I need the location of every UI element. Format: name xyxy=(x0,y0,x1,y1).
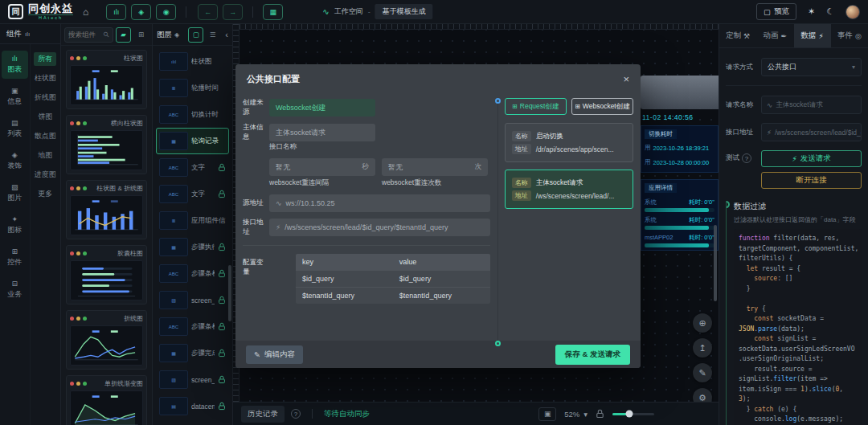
question-icon[interactable]: ? xyxy=(291,409,301,419)
history-nav-button[interactable]: → xyxy=(223,4,243,20)
modal-title: 公共接口配置 xyxy=(247,73,300,85)
save-and-send-button[interactable]: 保存 & 发送请求 xyxy=(555,345,630,365)
category-item[interactable]: 所有 xyxy=(34,52,56,66)
card-view-button[interactable]: ▰ xyxy=(116,27,131,43)
search-input[interactable] xyxy=(68,31,102,39)
history-nav-button[interactable]: ← xyxy=(198,4,218,20)
avatar[interactable] xyxy=(845,5,860,19)
settings-tab[interactable]: 动画 ✒ xyxy=(756,24,793,47)
tool-button[interactable]: ◈ xyxy=(131,4,151,20)
component-card[interactable]: 胶囊柱图 xyxy=(66,245,147,304)
zoom-slider[interactable] xyxy=(612,413,654,415)
settings-tabs: 定制 ⚒ 动画 ✒ 数据 ⚡ 事件 ◎ xyxy=(719,24,868,48)
layer-item[interactable]: ABC 文字 xyxy=(156,154,229,181)
request-name-input[interactable]: ∿ 主体socket请求 xyxy=(761,96,862,114)
layer-item[interactable]: ▦ 步骤完成明细 xyxy=(156,340,229,366)
settings-tab[interactable]: 事件 ◎ xyxy=(831,24,868,47)
lock-zoom-icon[interactable] xyxy=(596,409,604,419)
request-method-select[interactable]: 公共接口 ▾ xyxy=(761,58,862,76)
layer-item[interactable]: ABC 文字 xyxy=(156,181,229,207)
api-address-input[interactable]: ⚡ /ws/scenes/screen/lead/$id_q xyxy=(761,123,862,141)
table-row[interactable]: $tenantId_query $tenantId_query xyxy=(296,287,490,304)
moon-icon[interactable]: ☾ xyxy=(826,6,834,17)
edit-content-button[interactable]: ✎ 编辑内容 xyxy=(246,345,303,364)
interface-card[interactable]: 名称 启动切换 地址 /dr/api/scenes/app/scen... xyxy=(505,123,633,162)
component-card[interactable]: 单折线渐变图 xyxy=(66,375,147,425)
component-card[interactable]: 柱状图 & 折线图 xyxy=(66,180,147,239)
preview-button[interactable]: ▢ 预览 xyxy=(756,3,796,20)
question-icon[interactable]: ? xyxy=(742,153,751,163)
subject-name-input[interactable]: 主体socket请求 xyxy=(269,124,375,141)
settings-tab[interactable]: 定制 ⚒ xyxy=(719,24,756,47)
filter-code[interactable]: function filter(data, res,targetComponen… xyxy=(734,229,862,425)
scrollbar[interactable] xyxy=(228,265,231,321)
canvas-tool-button[interactable]: ⊕ xyxy=(693,313,712,333)
component-card[interactable]: 折线图 xyxy=(66,310,147,370)
layer-item[interactable]: ABC 切换计时 xyxy=(156,101,229,128)
create-source-input[interactable]: Websocket创建 xyxy=(269,99,375,116)
layer-item[interactable]: ▦ 步骤执行中... xyxy=(156,234,229,260)
zoom-slider-knob[interactable] xyxy=(625,411,633,418)
scrollbar[interactable] xyxy=(714,225,717,301)
layer-item[interactable]: ≣ 轮播时间 xyxy=(156,75,229,101)
layer-item[interactable]: ▨ screen_tab... xyxy=(156,366,229,393)
category-item[interactable]: 柱状图 xyxy=(31,72,60,85)
sidebar-item[interactable]: ✦ 图标 xyxy=(2,211,28,239)
workspace-label[interactable]: 工作空间 xyxy=(334,6,363,17)
history-button[interactable]: 历史记录 xyxy=(241,406,285,423)
close-icon[interactable]: × xyxy=(623,74,629,84)
category-item[interactable]: 饼图 xyxy=(34,110,56,124)
reconnect-interval-input[interactable]: 暂无 秒 xyxy=(269,158,375,176)
layer-thumb-view-button[interactable]: ▢ xyxy=(188,27,203,43)
tool-button[interactable]: ılı xyxy=(106,4,126,20)
save-button[interactable]: ▦ xyxy=(263,4,283,20)
collapse-panel-icon[interactable]: ‹ xyxy=(225,30,228,39)
category-item[interactable]: 散点图 xyxy=(31,129,60,143)
tool-button[interactable]: ◉ xyxy=(156,4,176,20)
sidebar-item[interactable]: ▣ 信息 xyxy=(2,83,28,111)
sidebar-item[interactable]: ◈ 装饰 xyxy=(2,147,28,175)
fit-screen-button[interactable]: ▣ xyxy=(538,407,556,421)
layer-item[interactable]: ▦ 轮询记录 xyxy=(156,128,229,154)
sidebar-item[interactable]: ▤ 列表 xyxy=(2,115,28,143)
layer-item[interactable]: ABC 步骤条检查... xyxy=(156,313,229,340)
grid-view-button[interactable]: ⊞ xyxy=(133,27,149,43)
list-view-icon: ☰ xyxy=(210,31,216,39)
layer-item[interactable]: ABC 步骤条检查... xyxy=(156,260,229,287)
retry-count-input[interactable]: 暂无 次 xyxy=(382,158,488,176)
interface-card[interactable]: 名称 主体socket请求 地址 /ws/scenes/screen/lead/… xyxy=(505,170,633,209)
sidebar-item[interactable]: ⊞ 控件 xyxy=(2,243,28,272)
table-row[interactable]: $id_query $id_query xyxy=(296,270,490,287)
disconnect-button[interactable]: 断开连接 xyxy=(761,172,862,189)
origin-address-input[interactable]: ∿ ws://10.1.50.25 xyxy=(269,194,490,212)
category-item[interactable]: 更多 xyxy=(34,187,56,201)
category-item[interactable]: 地图 xyxy=(34,149,56,162)
lightning-icon: ⚡ xyxy=(276,223,280,231)
sidebar-item[interactable]: ılı 图表 xyxy=(2,51,28,79)
category-item[interactable]: 进度图 xyxy=(31,168,60,182)
request-create-button[interactable]: ⊞ Request创建 xyxy=(505,98,567,115)
sidebar-item[interactable]: ▨ 图片 xyxy=(2,179,28,207)
zoom-select[interactable]: 52% ▾ xyxy=(564,410,588,419)
layer-item[interactable]: ▤ datacenter_sour... xyxy=(156,393,229,419)
layer-item[interactable]: ▨ screen_tab... xyxy=(156,287,229,313)
sidebar-item[interactable]: ⊟ 业务 xyxy=(2,276,28,304)
layer-list-view-button[interactable]: ☰ xyxy=(205,27,220,43)
layer-item[interactable]: ≣ 应用组件信... xyxy=(156,207,229,234)
chevron-down-icon: ▾ xyxy=(852,63,855,71)
category-item[interactable]: 折线图 xyxy=(31,91,60,104)
websocket-create-button[interactable]: ⊞ Websocket创建 xyxy=(571,98,633,115)
settings-tab[interactable]: 数据 ⚡ xyxy=(794,24,831,47)
canvas-tool-button[interactable]: ✎ xyxy=(693,363,712,382)
wand-icon[interactable]: ✶ xyxy=(808,6,815,17)
canvas-tool-button[interactable]: ↥ xyxy=(693,338,712,358)
layer-item[interactable]: ılıl 柱状图 xyxy=(156,48,229,75)
api-address-input[interactable]: ⚡ /ws/scenes/screen/lead/$id_query/$tena… xyxy=(269,219,490,236)
home-icon[interactable]: ⌂ xyxy=(83,6,88,18)
app-detail-row: mstAPP02耗时: 0'0'' xyxy=(645,234,714,247)
send-request-button[interactable]: ⚡ 发送请求 xyxy=(761,150,862,167)
component-card[interactable]: 横向柱状图 xyxy=(66,115,147,174)
component-card[interactable]: 柱状图 xyxy=(66,50,147,109)
search-input-wrap[interactable]: ⚲ xyxy=(64,27,113,43)
connector-dot-top xyxy=(495,98,501,104)
